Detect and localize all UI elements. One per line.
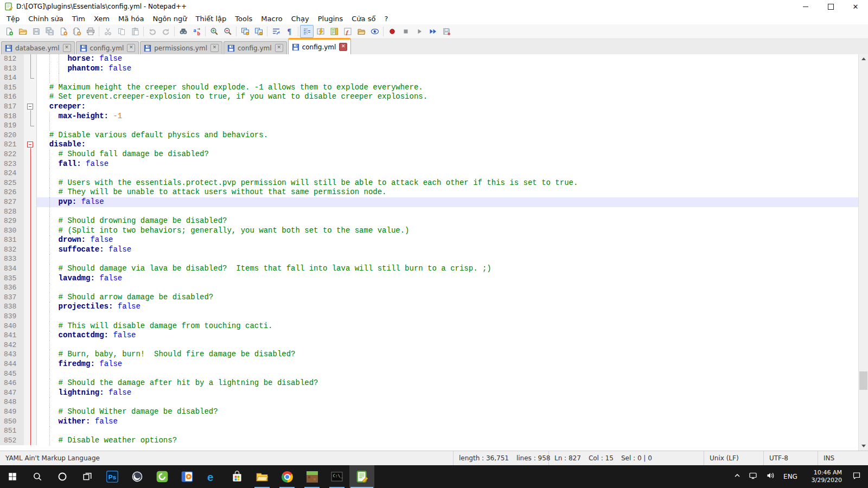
- play-macro-button[interactable]: [412, 25, 426, 38]
- taskbar-file-explorer-button[interactable]: [250, 465, 275, 488]
- code-line[interactable]: 852 # Disable weather options?: [0, 436, 858, 446]
- save-button[interactable]: [29, 25, 43, 38]
- code-line[interactable]: 822 # Should fall damage be disabled?: [0, 150, 858, 159]
- run-macro-multiple-button[interactable]: [426, 25, 439, 38]
- show-all-characters-button[interactable]: ¶: [283, 25, 296, 38]
- code-line[interactable]: 820 # Disable various default physics an…: [0, 131, 858, 140]
- tab-close-icon[interactable]: ✕: [63, 44, 71, 52]
- new-file-button[interactable]: [2, 25, 16, 38]
- code-line[interactable]: 832 suffocate: false: [0, 245, 858, 255]
- tab-close-icon[interactable]: ✕: [275, 44, 283, 52]
- record-macro-button[interactable]: [385, 25, 399, 38]
- code-line[interactable]: 844 firedmg: false: [0, 359, 858, 369]
- menu-item[interactable]: Xem: [90, 14, 114, 24]
- taskbar-cortana-button[interactable]: [50, 465, 75, 488]
- menu-item[interactable]: Macro: [257, 14, 286, 24]
- taskbar-chrome-button[interactable]: [275, 465, 299, 488]
- tab-config.yml[interactable]: config.yml✕: [224, 41, 287, 54]
- taskbar-minecraft-button[interactable]: [299, 465, 324, 488]
- paste-button[interactable]: [128, 25, 142, 38]
- taskbar-notepad-plus-plus-button[interactable]: [349, 465, 374, 488]
- scrollbar-thumb[interactable]: [859, 371, 867, 390]
- menu-item[interactable]: Ngôn ngữ: [148, 14, 191, 24]
- code-line[interactable]: 828: [0, 207, 858, 217]
- taskbar-task-view-button[interactable]: [75, 465, 100, 488]
- tab-database.yml[interactable]: database.yml✕: [1, 41, 75, 54]
- code-line[interactable]: 816 # Set prevent.creeper-explosion to t…: [0, 92, 858, 102]
- code-line[interactable]: 838 projectiles: false: [0, 302, 858, 312]
- taskbar-camtasia-button[interactable]: [150, 465, 175, 488]
- code-line[interactable]: 841 contactdmg: false: [0, 331, 858, 341]
- taskbar-photoshop-button[interactable]: Ps: [100, 465, 125, 488]
- scroll-up-arrow[interactable]: [859, 54, 868, 63]
- code-line[interactable]: 818 max-height: -1: [0, 112, 858, 121]
- menu-item[interactable]: Plugins: [314, 14, 348, 24]
- document-monitor-button[interactable]: [368, 25, 381, 38]
- document-map-button[interactable]: [327, 25, 341, 38]
- tray-expand-button[interactable]: [730, 465, 744, 488]
- code-line[interactable]: 833: [0, 254, 858, 264]
- cut-button[interactable]: [101, 25, 114, 38]
- menu-item[interactable]: Thiết lập: [191, 14, 231, 24]
- code-line[interactable]: 845: [0, 369, 858, 379]
- zoom-out-button[interactable]: [221, 25, 234, 38]
- code-line[interactable]: 829 # Should drowning damage be disabled…: [0, 216, 858, 226]
- network-tray-icon[interactable]: [744, 465, 762, 488]
- tab-permissions.yml[interactable]: permissions.yml✕: [140, 41, 222, 54]
- code-line[interactable]: 819: [0, 121, 858, 131]
- code-line[interactable]: 814: [0, 73, 858, 83]
- code-editor[interactable]: 812 horse: false813 phantom: false814815…: [0, 54, 858, 451]
- stop-macro-button[interactable]: [399, 25, 412, 38]
- sync-horizontal-button[interactable]: [252, 25, 265, 38]
- menu-item[interactable]: Cửa sổ: [347, 14, 380, 24]
- find-button[interactable]: [176, 25, 190, 38]
- code-line[interactable]: 836: [0, 283, 858, 293]
- redo-button[interactable]: [159, 25, 173, 38]
- code-line[interactable]: 826 # They will be unable to attack user…: [0, 188, 858, 197]
- tab-close-icon[interactable]: ✕: [127, 44, 135, 52]
- menu-item[interactable]: Mã hóa: [114, 14, 148, 24]
- clock[interactable]: 10:46 AM 3/29/2020: [802, 465, 845, 488]
- taskbar-obs-studio-button[interactable]: [125, 465, 150, 488]
- replace-button[interactable]: ab: [190, 25, 203, 38]
- fold-margin[interactable]: [24, 140, 37, 150]
- code-line[interactable]: 831 drown: false: [0, 235, 858, 245]
- code-line[interactable]: 824: [0, 169, 858, 178]
- save-macro-button[interactable]: [439, 25, 453, 38]
- code-line[interactable]: 823 fall: false: [0, 159, 858, 169]
- fold-margin[interactable]: [24, 102, 37, 112]
- folder-as-workspace-button[interactable]: [354, 25, 368, 38]
- tab-config.yml[interactable]: config.yml✕: [288, 38, 352, 54]
- code-line[interactable]: 825 # Users with the essentials.protect.…: [0, 178, 858, 188]
- copy-button[interactable]: [114, 25, 128, 38]
- taskbar-start-button[interactable]: [0, 465, 25, 488]
- code-line[interactable]: 837 # Should arrow damage be disabled?: [0, 293, 858, 303]
- code-line[interactable]: 815 # Maximum height the creeper should …: [0, 83, 858, 93]
- code-line[interactable]: 813 phantom: false: [0, 64, 858, 74]
- taskbar-video-player-button[interactable]: [175, 465, 200, 488]
- code-line[interactable]: 848: [0, 397, 858, 407]
- minimize-button[interactable]: [793, 0, 818, 13]
- word-wrap-button[interactable]: [269, 25, 283, 38]
- code-line[interactable]: 851: [0, 426, 858, 436]
- taskbar-search-button[interactable]: [25, 465, 50, 488]
- code-line[interactable]: 840 # This will disable damage from touc…: [0, 322, 858, 331]
- zoom-in-button[interactable]: [207, 25, 221, 38]
- code-line[interactable]: 847 lightning: false: [0, 388, 858, 398]
- code-line[interactable]: 827 pvp: false: [0, 197, 858, 207]
- code-line[interactable]: 834 # Should damage via lava be disabled…: [0, 264, 858, 274]
- taskbar-microsoft-store-button[interactable]: [225, 465, 250, 488]
- menu-item[interactable]: Chạy: [287, 14, 314, 24]
- sync-vertical-button[interactable]: [238, 25, 252, 38]
- language-indicator[interactable]: ENG: [779, 465, 802, 488]
- code-line[interactable]: 835 lavadmg: false: [0, 274, 858, 284]
- scroll-down-arrow[interactable]: [859, 441, 868, 451]
- action-center-button[interactable]: [845, 465, 868, 488]
- launch-run-button[interactable]: [314, 25, 327, 38]
- menu-item[interactable]: Tools: [231, 14, 257, 24]
- menu-item[interactable]: ?: [380, 14, 392, 24]
- indent-guide-button[interactable]: [300, 25, 314, 38]
- vertical-scrollbar[interactable]: [858, 54, 868, 451]
- close-all-button[interactable]: [70, 25, 84, 38]
- code-line[interactable]: 850 wither: false: [0, 417, 858, 427]
